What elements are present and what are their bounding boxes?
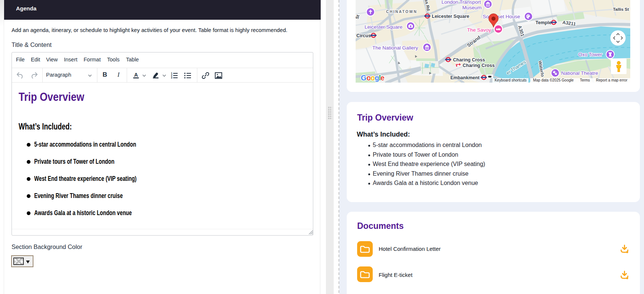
svg-text:Embankment: Embankment (450, 75, 480, 80)
svg-text:Terms: Terms (580, 78, 590, 82)
svg-text:Report a map error: Report a map error (596, 78, 628, 82)
svg-text:Oxo Tower: Oxo Tower (578, 52, 602, 57)
svg-text:Tallis St: Tallis St (613, 7, 629, 12)
svg-text:Museum: Museum (462, 5, 482, 10)
svg-text:Leicester Square: Leicester Square (365, 24, 402, 30)
svg-text:Keyboard shortcuts: Keyboard shortcuts (495, 78, 527, 82)
svg-text:Charing Cross: Charing Cross (463, 63, 495, 68)
svg-text:London Transport: London Transport (441, 0, 481, 5)
svg-text:Somerset House: Somerset House (483, 14, 520, 19)
svg-text:Circus: Circus (356, 33, 371, 38)
svg-text:CHINATOWN: CHINATOWN (386, 10, 417, 14)
svg-text:3: 3 (171, 76, 172, 79)
svg-text:Temple: Temple (535, 20, 551, 25)
svg-text:The Savoy: The Savoy (467, 27, 491, 33)
svg-text:Map data ©2025 Google: Map data ©2025 Google (533, 78, 574, 82)
svg-text:National Theatre: National Theatre (561, 70, 598, 76)
svg-text:Leicester Square: Leicester Square (432, 14, 469, 19)
svg-text:The National Gallery: The National Gallery (372, 45, 418, 51)
svg-text:e: e (381, 74, 385, 82)
svg-text:A: A (134, 72, 138, 78)
svg-text:Charing Cross: Charing Cross (453, 57, 485, 63)
svg-text:G: G (361, 74, 366, 82)
